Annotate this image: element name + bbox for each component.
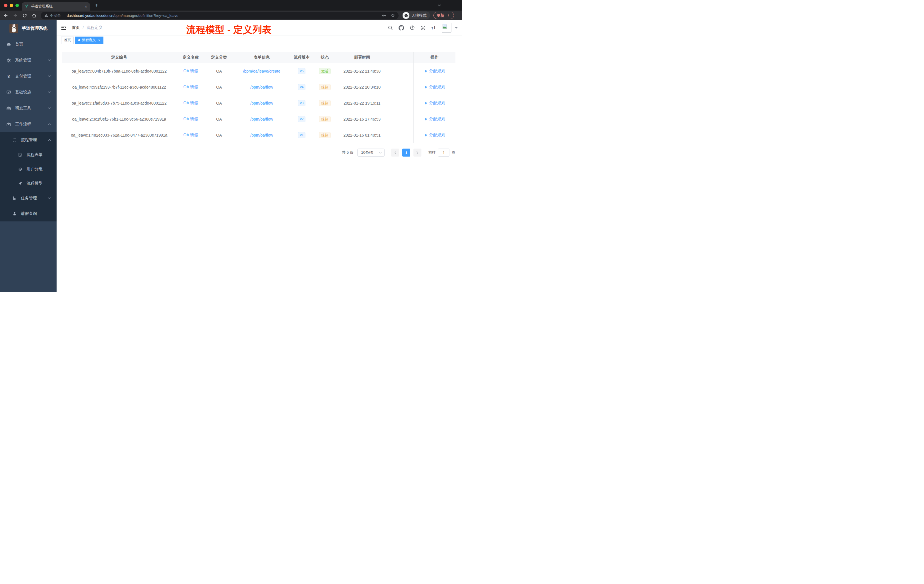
- version-badge: v1: [298, 132, 306, 138]
- next-page-button[interactable]: [413, 148, 421, 157]
- row-filler: [388, 111, 413, 127]
- person-icon: [12, 211, 17, 216]
- sidebar-item-process-management[interactable]: 流程管理: [0, 132, 56, 148]
- sidebar-item-label: 流程模型: [26, 181, 43, 186]
- fullscreen-icon[interactable]: [421, 25, 426, 30]
- form-link[interactable]: /bpm/oa/flow: [250, 101, 273, 106]
- assign-rule-button[interactable]: 分配规则: [424, 133, 445, 138]
- tag-close-icon[interactable]: ×: [98, 39, 100, 42]
- table-header-row: 定义编号 定义名称 定义分类 表单信息 流程版本 状态 部署时间 操作: [62, 52, 455, 63]
- browser-tab[interactable]: 芋道管理系统 ×: [22, 2, 90, 11]
- version-badge: v5: [298, 68, 306, 74]
- tag-process-definition[interactable]: 流程定义 ×: [75, 36, 104, 44]
- update-label: 更新: [437, 13, 444, 18]
- select-caret-icon: [379, 151, 382, 154]
- url-path: /bpm/manager/definition?key=oa_leave: [114, 13, 178, 18]
- org-flow-icon: [12, 196, 17, 201]
- incognito-label: 无痕模式: [412, 13, 427, 18]
- font-size-icon[interactable]: TT: [431, 25, 436, 30]
- form-link[interactable]: /bpm/oa/flow: [250, 85, 273, 89]
- user-icon: [424, 85, 428, 89]
- row-filler: [388, 95, 413, 111]
- sidebar-item-process-form[interactable]: 流程表单: [0, 148, 56, 162]
- tab-close-icon[interactable]: ×: [85, 5, 87, 8]
- new-tab-button[interactable]: +: [93, 2, 100, 9]
- window-zoom-button[interactable]: [15, 4, 19, 7]
- forward-icon[interactable]: [13, 13, 18, 18]
- sidebar-item-infrastructure[interactable]: 基础设施: [0, 84, 56, 100]
- form-link[interactable]: /bpm/oa/flow: [250, 133, 273, 137]
- home-icon[interactable]: [32, 13, 36, 18]
- sidebar-item-task-management[interactable]: 任务管理: [0, 191, 56, 206]
- sidebar-item-home[interactable]: 首页: [0, 36, 56, 52]
- definition-name-link[interactable]: OA 请假: [183, 101, 198, 106]
- url-host: dashboard.yudao.iocoder.cn: [67, 13, 114, 18]
- tag-home[interactable]: 首页: [61, 36, 74, 44]
- address-divider: [64, 13, 64, 17]
- chevron-up-icon: [48, 122, 51, 126]
- chevron-right-icon: [416, 151, 419, 155]
- sidebar-item-label: 研发工具: [15, 106, 31, 111]
- bookmark-star-icon[interactable]: [391, 13, 395, 18]
- assign-rule-button[interactable]: 分配规则: [424, 84, 445, 90]
- prev-page-button[interactable]: [391, 148, 399, 157]
- incognito-icon: [403, 12, 409, 19]
- main-content: 定义编号 定义名称 定义分类 表单信息 流程版本 状态 部署时间 操作 oa_l…: [56, 45, 462, 292]
- help-icon[interactable]: [410, 25, 415, 30]
- sidebar-logo[interactable]: 芋道管理系统: [0, 20, 56, 36]
- definition-name-link[interactable]: OA 请假: [183, 117, 198, 122]
- row-filler: [388, 63, 413, 79]
- paper-plane-icon: [17, 181, 23, 186]
- deploy-time: 2022-01-22 20:34:10: [336, 79, 388, 95]
- assign-rule-button[interactable]: 分配规则: [424, 117, 445, 122]
- sidebar-collapse-icon[interactable]: [61, 25, 66, 30]
- definition-name-link[interactable]: OA 请假: [183, 133, 198, 138]
- sidebar-item-leave-query[interactable]: 请假查询: [0, 206, 56, 221]
- search-icon[interactable]: [388, 25, 393, 30]
- password-key-icon[interactable]: [382, 13, 386, 18]
- reload-icon[interactable]: [22, 13, 27, 18]
- sidebar-menu: 首页 系统管理 ¥ 支付管理 基础设施: [0, 36, 56, 221]
- version-badge: v2: [298, 116, 306, 122]
- tag-label: 流程定义: [82, 38, 96, 43]
- briefcase-icon: [6, 122, 12, 127]
- table-row: oa_leave:4:991f2193-7b7f-11ec-a3c8-acde4…: [62, 79, 455, 95]
- tab-search-chevron-icon[interactable]: [438, 4, 441, 7]
- sidebar-item-workflow[interactable]: 工作流程: [0, 116, 56, 132]
- back-icon[interactable]: [3, 13, 8, 18]
- sidebar-item-payment[interactable]: ¥ 支付管理: [0, 68, 56, 84]
- form-link[interactable]: /bpm/oa/leave/create: [243, 69, 280, 73]
- sidebar-item-system[interactable]: 系统管理: [0, 52, 56, 68]
- user-menu-caret-icon[interactable]: [455, 27, 458, 30]
- page-size-select[interactable]: 10条/页: [357, 148, 384, 157]
- workflow-submenu: 流程管理 流程表单 用户分组: [0, 132, 56, 221]
- sidebar-item-user-groups[interactable]: 用户分组: [0, 162, 56, 176]
- assign-rule-button[interactable]: 分配规则: [424, 101, 445, 106]
- browser-menu-kebab-icon[interactable]: ⋮: [447, 13, 450, 18]
- address-bar[interactable]: 不安全 dashboard.yudao.iocoder.cn /bpm/mana…: [41, 12, 399, 20]
- form-link[interactable]: /bpm/oa/flow: [250, 117, 273, 121]
- sidebar-item-process-model[interactable]: 流程模型: [0, 176, 56, 191]
- goto-page-input[interactable]: [438, 148, 449, 157]
- definition-category: OA: [205, 95, 233, 111]
- sidebar-item-label: 流程表单: [26, 152, 43, 157]
- form-icon: [17, 153, 23, 157]
- status-badge: 挂起: [319, 100, 330, 106]
- breadcrumb-home[interactable]: 首页: [72, 25, 80, 30]
- chevron-down-icon: [48, 107, 51, 110]
- github-icon[interactable]: [399, 25, 404, 31]
- status-badge: 挂起: [319, 132, 330, 138]
- sidebar-item-dev-tools[interactable]: 研发工具: [0, 100, 56, 116]
- page-number-button[interactable]: 1: [402, 148, 410, 157]
- annotation-title: 流程模型 - 定义列表: [186, 23, 272, 36]
- assign-rule-button[interactable]: 分配规则: [424, 69, 445, 74]
- active-tag-dot: [78, 39, 80, 41]
- security-label[interactable]: 不安全: [50, 13, 61, 18]
- window-close-button[interactable]: [4, 4, 7, 7]
- definition-category: OA: [205, 63, 233, 79]
- definition-name-link[interactable]: OA 请假: [183, 84, 198, 90]
- definition-name-link[interactable]: OA 请假: [183, 69, 198, 74]
- browser-update-button[interactable]: 更新 ⋮: [434, 12, 454, 19]
- user-avatar[interactable]: [442, 23, 451, 33]
- window-minimize-button[interactable]: [10, 4, 13, 7]
